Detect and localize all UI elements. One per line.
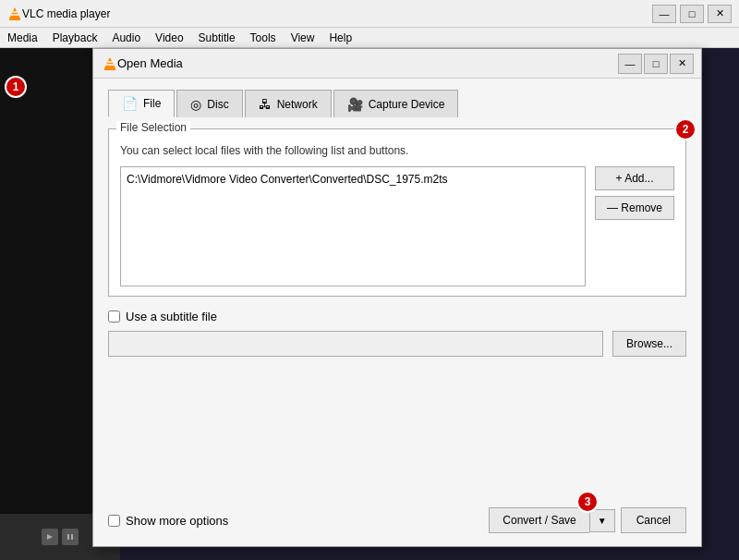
app-title: VLC media player [22, 7, 110, 20]
tab-disc[interactable]: ◎ Disc [176, 90, 242, 117]
menu-audio[interactable]: Audio [112, 31, 140, 44]
dialog-title: Open Media [117, 56, 183, 70]
dialog-vlc-icon [103, 56, 117, 71]
file-area: C:\Vidmore\Vidmore Video Converter\Conve… [120, 166, 674, 286]
svg-marker-7 [104, 57, 115, 68]
dialog-titlebar: Open Media — □ ✕ [93, 49, 701, 79]
subtitle-browse-row: Browse... [108, 331, 686, 357]
svg-marker-0 [9, 7, 20, 18]
file-entry: C:\Vidmore\Vidmore Video Converter\Conve… [127, 173, 579, 186]
tab-disc-label: Disc [207, 98, 228, 111]
control-btn-1[interactable] [42, 529, 58, 545]
svg-rect-5 [67, 534, 69, 540]
group-legend: File Selection [116, 121, 190, 134]
dialog-controls: — □ ✕ [618, 54, 694, 74]
subtitle-section: Use a subtitle file Browse... [108, 310, 686, 357]
close-button[interactable]: ✕ [708, 5, 732, 23]
vlc-menubar: Media Playback Audio Video Subtitle Tool… [0, 28, 739, 48]
subtitle-check-row: Use a subtitle file [108, 310, 686, 323]
show-more-row: Show more options [108, 514, 228, 528]
tab-file[interactable]: 📄 File [108, 90, 175, 117]
dialog-bottom: Show more options 3 Convert / Save ▼ Can… [93, 507, 701, 533]
open-media-dialog: Open Media — □ ✕ 📄 File ◎ Disc 🖧 [92, 48, 702, 547]
file-selection-desc: You can select local files with the foll… [120, 144, 674, 157]
show-more-label[interactable]: Show more options [126, 514, 228, 528]
menu-video[interactable]: Video [155, 31, 183, 44]
vlc-body: 1 Open Media [0, 48, 739, 560]
svg-rect-8 [104, 68, 115, 70]
badge-2: 2 [674, 118, 697, 140]
cancel-button[interactable]: Cancel [621, 507, 686, 533]
menu-help[interactable]: Help [329, 31, 352, 44]
network-icon: 🖧 [259, 97, 272, 112]
vlc-titlebar: VLC media player — □ ✕ [0, 0, 739, 28]
convert-save-group: Convert / Save ▼ [489, 507, 614, 533]
badge-3: 3 [576, 491, 599, 513]
remove-button[interactable]: — Remove [595, 196, 674, 220]
file-buttons: + Add... — Remove [595, 166, 674, 286]
menu-media[interactable]: Media [7, 31, 38, 44]
dialog-maximize-button[interactable]: □ [644, 54, 668, 74]
tab-network-label: Network [277, 98, 318, 111]
tab-bar: 📄 File ◎ Disc 🖧 Network 🎥 Capture Device [108, 90, 686, 117]
badge-1: 1 [5, 76, 27, 98]
file-selection-group: File Selection 2 You can select local fi… [108, 128, 686, 297]
tab-capture-label: Capture Device [369, 98, 445, 111]
svg-rect-1 [9, 18, 20, 20]
tab-capture[interactable]: 🎥 Capture Device [333, 90, 459, 117]
subtitle-checkbox[interactable] [108, 310, 120, 323]
show-more-checkbox[interactable] [108, 515, 120, 527]
file-icon: 📄 [122, 96, 138, 111]
tab-file-label: File [143, 97, 161, 110]
dialog-minimize-button[interactable]: — [618, 54, 642, 74]
capture-icon: 🎥 [347, 97, 363, 112]
tab-network[interactable]: 🖧 Network [245, 90, 332, 117]
vlc-cone-icon [7, 6, 22, 21]
subtitle-check-label[interactable]: Use a subtitle file [126, 310, 217, 323]
svg-rect-6 [71, 534, 73, 540]
maximize-button[interactable]: □ [680, 5, 704, 23]
menu-view[interactable]: View [291, 31, 315, 44]
titlebar-controls: — □ ✕ [652, 5, 732, 23]
dialog-content: 📄 File ◎ Disc 🖧 Network 🎥 Capture Device [93, 79, 701, 383]
browse-button[interactable]: Browse... [612, 331, 686, 357]
control-btn-2[interactable] [62, 529, 79, 545]
menu-tools[interactable]: Tools [250, 31, 276, 44]
convert-dropdown-arrow[interactable]: ▼ [589, 509, 615, 532]
menu-playback[interactable]: Playback [53, 31, 98, 44]
svg-marker-4 [47, 534, 53, 540]
disc-icon: ◎ [190, 97, 201, 112]
file-list-box[interactable]: C:\Vidmore\Vidmore Video Converter\Conve… [120, 166, 586, 286]
add-button[interactable]: + Add... [595, 166, 674, 190]
minimize-button[interactable]: — [652, 5, 676, 23]
subtitle-input[interactable] [108, 331, 603, 357]
dialog-close-button[interactable]: ✕ [670, 54, 694, 74]
menu-subtitle[interactable]: Subtitle [199, 31, 236, 44]
convert-save-button[interactable]: Convert / Save [489, 507, 588, 533]
